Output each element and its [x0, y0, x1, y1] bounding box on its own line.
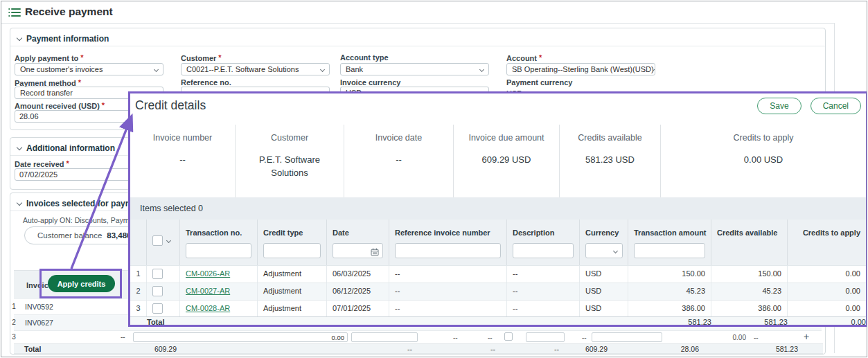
- summary-invoice-number: Invoice number--: [130, 125, 236, 197]
- credits-total-row: Total 581.23 581.23 0.00: [130, 316, 866, 325]
- account-label: Account: [506, 53, 542, 62]
- description-filter[interactable]: [513, 243, 574, 258]
- row-checkbox[interactable]: [152, 303, 163, 314]
- cell-value: --: [582, 334, 587, 341]
- total-value: --: [490, 345, 495, 353]
- credit-row[interactable]: 3 CM-0028-AR Adjustment 07/01/2025 -- --…: [130, 300, 866, 317]
- add-row-icon[interactable]: +: [804, 331, 809, 342]
- transaction-link[interactable]: CM-0027-AR: [186, 287, 230, 295]
- cell-value: --: [488, 334, 493, 341]
- summary-invoice-date: Invoice date--: [344, 125, 454, 197]
- row3-empty-input[interactable]: [526, 332, 565, 342]
- total-label: Total: [24, 345, 41, 353]
- cell-value: --: [754, 334, 759, 341]
- app-window: Receive payment Payment information Appl…: [1, 1, 867, 357]
- total-value: 581.23: [756, 345, 798, 353]
- invoice-currency-label: Invoice currency: [340, 78, 400, 87]
- summary-credits-to-apply: Credits to apply0.00 USD: [661, 125, 866, 197]
- transaction-link[interactable]: CM-0026-AR: [186, 269, 230, 278]
- row3-checkbox[interactable]: [504, 332, 513, 341]
- collapse-chevron-icon[interactable]: [17, 35, 22, 40]
- credit-type-filter[interactable]: [263, 243, 321, 258]
- section-title: Additional information: [26, 143, 115, 153]
- calendar-icon[interactable]: [371, 247, 379, 259]
- row3-empty-input[interactable]: [351, 332, 418, 342]
- chevron-down-icon[interactable]: [166, 238, 171, 243]
- customer-select[interactable]: C0021--P.E.T. Software Solutions: [181, 63, 330, 75]
- chevron-down-icon: [479, 66, 484, 71]
- total-value: 609.29: [566, 345, 608, 353]
- summary-customer: CustomerP.E.T. Software Solutions: [236, 125, 344, 197]
- row3-empty-input[interactable]: [592, 332, 662, 342]
- transaction-no-filter[interactable]: [186, 243, 251, 258]
- currency-filter-select[interactable]: [585, 243, 623, 258]
- items-selected-bar: Items selected 0: [130, 197, 866, 220]
- date-received-label: Date received: [15, 159, 69, 168]
- total-value: 609.29: [125, 345, 177, 353]
- cancel-button[interactable]: Cancel: [811, 98, 861, 114]
- total-value: --: [554, 345, 559, 353]
- reference-no-label: Reference no.: [181, 78, 231, 87]
- summary-credits-available: Credits available581.23 USD: [560, 125, 661, 197]
- total-value: 28.06: [659, 345, 699, 353]
- cell-value: --: [453, 334, 458, 341]
- collapse-chevron-icon[interactable]: [17, 144, 22, 150]
- apply-payment-to-select[interactable]: One customer's invoices: [15, 63, 163, 75]
- total-value: --: [407, 345, 412, 353]
- transaction-amount-filter[interactable]: [634, 243, 705, 258]
- auto-apply-status: Auto-apply ON: Discounts, Payment: [23, 216, 139, 224]
- invoices-total-row: Total 609.29 -- -- -- 609.29 28.06 581.2…: [14, 343, 823, 354]
- apply-payment-to-label: Apply payment to: [15, 53, 84, 62]
- credit-row[interactable]: 2 CM-0027-AR Adjustment 06/12/2025 -- --…: [130, 283, 866, 300]
- payment-currency-label: Payment currency: [506, 78, 572, 87]
- credits-table-header: Transaction no. Credit type Date Referen…: [130, 220, 866, 265]
- page-title: Receive payment: [25, 6, 113, 18]
- credit-summary: Invoice number-- CustomerP.E.T. Software…: [130, 125, 866, 197]
- credit-details-modal: Credit details Save Cancel Invoice numbe…: [128, 91, 867, 327]
- credit-row[interactable]: 1 CM-0026-AR Adjustment 06/03/2025 -- --…: [130, 265, 866, 283]
- row-checkbox[interactable]: [152, 269, 163, 279]
- account-select[interactable]: SB Operating--Sterling Bank (West)(USD): [506, 63, 655, 75]
- transaction-link[interactable]: CM-0028-AR: [186, 304, 230, 312]
- section-title: Invoices selected for payment: [26, 199, 145, 208]
- modal-title: Credit details: [135, 98, 206, 113]
- account-type-select[interactable]: Bank: [340, 63, 489, 75]
- chevron-down-icon: [320, 66, 325, 71]
- summary-invoice-due-amount: Invoice due amount609.29 USD: [454, 125, 560, 197]
- chevron-down-icon: [154, 66, 159, 71]
- row-checkbox[interactable]: [152, 286, 163, 296]
- save-button[interactable]: Save: [757, 98, 801, 114]
- select-all-checkbox[interactable]: [152, 235, 163, 246]
- header-divider: [1, 23, 834, 24]
- collapse-chevron-icon[interactable]: [17, 199, 22, 205]
- customer-label: Customer: [181, 53, 222, 62]
- apply-credits-button[interactable]: Apply credits: [48, 275, 115, 292]
- section-divider: [10, 46, 825, 46]
- menu-icon[interactable]: [8, 8, 21, 17]
- row3-amount-input[interactable]: 0.00: [133, 332, 348, 342]
- chevron-down-icon: [613, 248, 618, 253]
- reference-invoice-number-filter[interactable]: [395, 243, 501, 258]
- section-title: Payment information: [26, 34, 109, 44]
- cell-value: --: [121, 333, 125, 341]
- amount-received-label: Amount received (USD): [15, 101, 105, 110]
- account-type-label: Account type: [340, 53, 389, 62]
- cell-value: 0.00: [715, 334, 746, 341]
